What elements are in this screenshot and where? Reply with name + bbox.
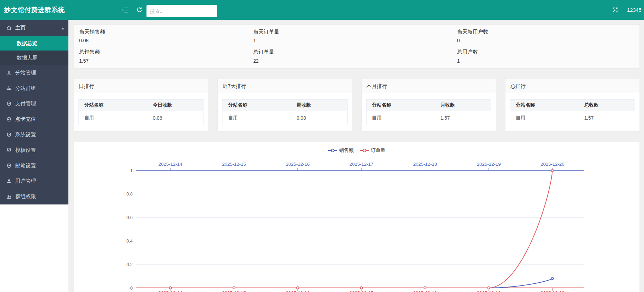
column-header: 分站名称 (366, 100, 435, 111)
svg-text:0.2: 0.2 (126, 262, 133, 267)
ranking-card-body: 分站名称月收款自用1.57 (362, 93, 496, 125)
sliders-icon (6, 85, 12, 91)
sidebar-fold-icon[interactable] (122, 7, 129, 13)
sidebar-item-label: 分站群组 (15, 85, 36, 92)
svg-text:2025-12-17: 2025-12-17 (349, 162, 373, 167)
sidebar-item-label: 群组权限 (15, 193, 36, 200)
amount-cell: 0.08 (147, 111, 203, 125)
ranking-card-title: 近7天排行 (218, 79, 352, 93)
ranking-card: 日排行分站名称今日收款自用0.08 (74, 79, 208, 131)
legend-marker-icon (328, 149, 337, 152)
main-content: 当天销售额0.08总销售额1.57当天订单量1总订单量22当天新用户数0总用户数… (68, 20, 644, 292)
shield-icon (6, 101, 12, 107)
ranking-card-body: 分站名称周收款自用0.08 (218, 93, 352, 125)
legend-item-销售额[interactable]: 销售额 (328, 147, 354, 154)
stats-panel: 当天销售额0.08总销售额1.57当天订单量1总订单量22当天新用户数0总用户数… (74, 24, 640, 69)
site-name-cell: 自用 (366, 111, 435, 125)
column-header: 分站名称 (222, 100, 291, 111)
table-header-row: 分站名称周收款 (222, 100, 347, 111)
table-row: 自用1.57 (510, 111, 635, 125)
svg-text:2025-12-16: 2025-12-16 (286, 290, 310, 292)
sidebar-item-email-settings[interactable]: 邮箱设置 (0, 158, 68, 174)
stat-value: 22 (253, 58, 259, 64)
column-header: 周收款 (291, 100, 347, 111)
ranking-card: 总排行分站名称总收款自用1.57 (505, 79, 640, 131)
svg-text:2025-12-19: 2025-12-19 (477, 290, 501, 292)
fullscreen-icon[interactable] (612, 7, 618, 13)
svg-text:2025-12-20: 2025-12-20 (540, 290, 564, 292)
ranking-table: 分站名称月收款自用1.57 (366, 99, 491, 125)
stat-label: 总用户数 (457, 49, 478, 55)
sidebar-item-label: 分站管理 (15, 70, 36, 76)
legend-label: 订单量 (371, 147, 386, 154)
chart-legend: 销售额订单量 (74, 147, 640, 154)
column-header: 今日收款 (147, 100, 203, 111)
site-name-cell: 自用 (510, 111, 579, 125)
table-header-row: 分站名称总收款 (510, 100, 635, 111)
svg-text:2025-12-18: 2025-12-18 (413, 290, 437, 292)
app-header: 妙文馆付费进群系统 12345 (0, 0, 644, 20)
app-title: 妙文馆付费进群系统 (4, 0, 65, 20)
users-icon (6, 194, 12, 200)
table-row: 自用0.08 (79, 111, 203, 125)
username[interactable]: 12345 (627, 0, 642, 20)
table-header-row: 分站名称今日收款 (79, 100, 203, 111)
svg-text:0.6: 0.6 (126, 215, 133, 220)
home-icon (6, 25, 12, 31)
ranking-table: 分站名称今日收款自用0.08 (78, 99, 203, 125)
ranking-card-body: 分站名称总收款自用1.57 (505, 93, 640, 125)
shield-icon (6, 163, 12, 168)
table-row: 自用1.57 (366, 111, 491, 125)
ranking-card-body: 分站名称今日收款自用0.08 (74, 93, 208, 125)
svg-text:0.4: 0.4 (126, 238, 133, 244)
svg-text:2025-12-16: 2025-12-16 (286, 162, 310, 167)
ranking-card-title: 本月排行 (362, 79, 496, 93)
svg-text:0: 0 (130, 285, 133, 291)
stat-label: 当天销售额 (79, 29, 105, 35)
ranking-table: 分站名称总收款自用1.57 (510, 99, 635, 125)
svg-text:0.8: 0.8 (126, 191, 133, 197)
sidebar-item-home[interactable]: 主页 (0, 20, 68, 36)
table-header-row: 分站名称月收款 (366, 100, 491, 111)
sidebar-item-label: 数据总览 (17, 40, 37, 47)
sidebar-item-template-settings[interactable]: 模板设置 (0, 143, 68, 158)
legend-label: 销售额 (339, 147, 354, 154)
shield-icon (6, 132, 12, 138)
panel-icon (6, 70, 12, 75)
column-header: 总收款 (579, 100, 635, 111)
column-header: 分站名称 (510, 100, 579, 111)
refresh-icon[interactable] (136, 7, 143, 13)
sidebar-item-card-recharge[interactable]: 点卡充值 (0, 111, 68, 127)
sidebar-item-label: 数据大屏 (17, 55, 37, 61)
sidebar-item-payment-management[interactable]: 支付管理 (0, 96, 68, 112)
svg-text:2025-12-18: 2025-12-18 (413, 162, 437, 167)
svg-text:1: 1 (130, 168, 133, 173)
page: 妙文馆付费进群系统 12345 主页数据总览数据大屏分站管理分站群组支付管理点卡… (0, 0, 644, 292)
svg-text:2025-12-17: 2025-12-17 (349, 290, 373, 292)
sidebar-item-label: 用户管理 (15, 178, 36, 184)
ranking-card: 本月排行分站名称月收款自用1.57 (361, 79, 496, 131)
sidebar-item-label: 邮箱设置 (15, 163, 36, 169)
sidebar-item-system-settings[interactable]: 系统设置 (0, 127, 68, 143)
stat-value: 1 (253, 38, 256, 43)
stat-label: 当天新用户数 (457, 29, 488, 35)
shield-icon (6, 147, 12, 153)
shield-icon (6, 117, 12, 122)
svg-text:2025-12-14: 2025-12-14 (158, 290, 182, 292)
column-header: 月收款 (435, 100, 491, 111)
sidebar-item-data-overview[interactable]: 数据总览 (0, 36, 68, 51)
legend-item-订单量[interactable]: 订单量 (360, 147, 386, 154)
sidebar: 主页数据总览数据大屏分站管理分站群组支付管理点卡充值系统设置模板设置邮箱设置用户… (0, 20, 68, 204)
sidebar-item-substation-groups[interactable]: 分站群组 (0, 81, 68, 96)
ranking-card-title: 日排行 (74, 79, 208, 93)
sidebar-item-substation-management[interactable]: 分站管理 (0, 65, 68, 81)
sidebar-item-data-screen[interactable]: 数据大屏 (0, 51, 68, 65)
stat-label: 总销售额 (79, 49, 100, 55)
site-name-cell: 自用 (79, 111, 148, 125)
sidebar-item-user-management[interactable]: 用户管理 (0, 174, 68, 189)
legend-marker-icon (360, 149, 369, 152)
stat-label: 当天订单量 (253, 29, 279, 35)
search-input[interactable] (146, 5, 217, 17)
sidebar-item-group-permissions[interactable]: 群组权限 (0, 189, 68, 204)
svg-text:2025-12-15: 2025-12-15 (222, 290, 246, 292)
